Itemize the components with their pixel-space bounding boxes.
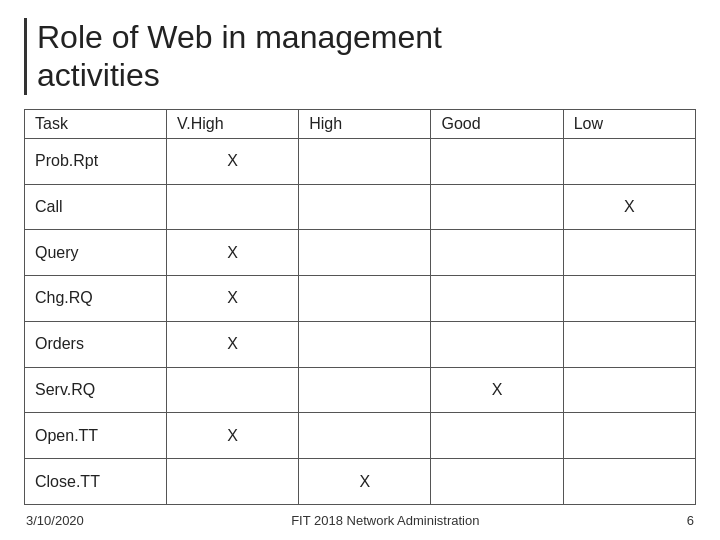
table-cell	[299, 184, 431, 230]
table-cell: Orders	[25, 321, 167, 367]
title-line1: Role of Web in management	[37, 19, 442, 55]
table-cell: Close.TT	[25, 459, 167, 505]
table-cell: Call	[25, 184, 167, 230]
table-cell	[563, 138, 695, 184]
table-row: Open.TTX	[25, 413, 696, 459]
table-cell	[563, 459, 695, 505]
table-cell	[299, 321, 431, 367]
col-low: Low	[563, 109, 695, 138]
title-line2: activities	[37, 57, 160, 93]
table-cell	[563, 367, 695, 413]
table-cell	[431, 230, 563, 276]
table-cell: X	[167, 321, 299, 367]
footer-date: 3/10/2020	[26, 513, 84, 528]
table-cell	[431, 413, 563, 459]
table-row: CallX	[25, 184, 696, 230]
table-cell	[167, 367, 299, 413]
page-title: Role of Web in management activities	[37, 18, 696, 95]
title-area: Role of Web in management activities	[24, 18, 696, 95]
col-vhigh: V.High	[167, 109, 299, 138]
table-header-row: Task V.High High Good Low	[25, 109, 696, 138]
table-cell: X	[167, 413, 299, 459]
table-cell: X	[167, 138, 299, 184]
table-cell	[299, 138, 431, 184]
table-cell	[167, 459, 299, 505]
col-good: Good	[431, 109, 563, 138]
table-cell: Serv.RQ	[25, 367, 167, 413]
footer-center: FIT 2018 Network Administration	[84, 513, 687, 528]
table-cell: X	[431, 367, 563, 413]
table-cell: X	[167, 230, 299, 276]
table-cell	[563, 276, 695, 322]
table-cell: Query	[25, 230, 167, 276]
table-cell	[431, 321, 563, 367]
table-cell: Chg.RQ	[25, 276, 167, 322]
footer-page: 6	[687, 513, 694, 528]
table-cell	[563, 321, 695, 367]
table-row: OrdersX	[25, 321, 696, 367]
table-row: Close.TTX	[25, 459, 696, 505]
table-cell: X	[563, 184, 695, 230]
table-cell	[431, 276, 563, 322]
table-cell	[431, 138, 563, 184]
table-cell	[431, 184, 563, 230]
table-row: QueryX	[25, 230, 696, 276]
table-cell	[299, 367, 431, 413]
col-high: High	[299, 109, 431, 138]
table-cell: Open.TT	[25, 413, 167, 459]
col-task: Task	[25, 109, 167, 138]
table-row: Prob.RptX	[25, 138, 696, 184]
page-container: Role of Web in management activities Tas…	[0, 0, 720, 540]
table-cell	[299, 413, 431, 459]
table-cell	[563, 230, 695, 276]
table-cell	[431, 459, 563, 505]
main-table: Task V.High High Good Low Prob.RptXCallX…	[24, 109, 696, 505]
table-cell	[299, 230, 431, 276]
table-cell: X	[167, 276, 299, 322]
table-cell	[299, 276, 431, 322]
table-row: Serv.RQX	[25, 367, 696, 413]
table-cell	[167, 184, 299, 230]
footer: 3/10/2020 FIT 2018 Network Administratio…	[24, 513, 696, 528]
table-row: Chg.RQX	[25, 276, 696, 322]
table-cell: X	[299, 459, 431, 505]
table-cell: Prob.Rpt	[25, 138, 167, 184]
table-cell	[563, 413, 695, 459]
